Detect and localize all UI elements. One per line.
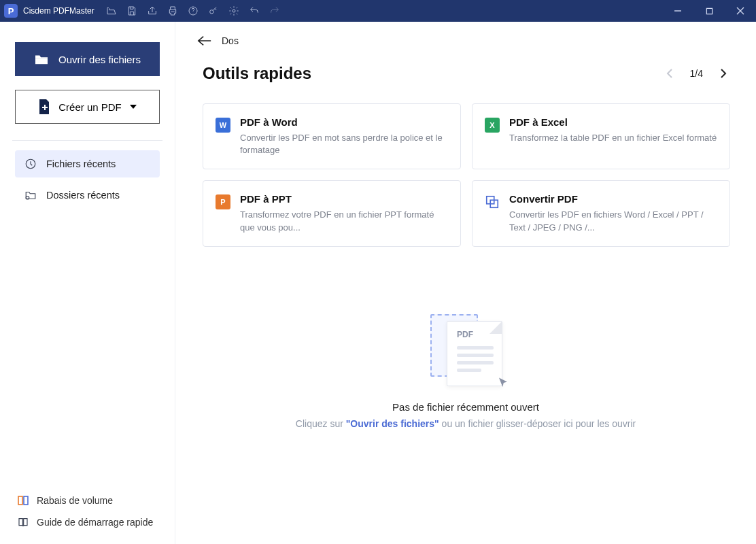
pdf-badge: PDF <box>457 330 473 339</box>
book-icon <box>18 517 29 528</box>
pager-prev[interactable] <box>663 67 676 80</box>
sidebar-item-label: Fichiers récents <box>46 158 116 169</box>
app-logo-icon: P <box>4 4 18 18</box>
page-title: Outils rapides <box>203 64 663 83</box>
svg-point-2 <box>233 10 235 12</box>
pager: 1/4 <box>663 67 730 80</box>
close-button[interactable] <box>725 0 756 22</box>
create-pdf-label: Créer un PDF <box>58 101 122 113</box>
excel-icon: X <box>485 118 500 133</box>
open-files-label: Ouvrir des fichiers <box>58 54 141 65</box>
back-label: Dos <box>222 35 239 46</box>
print-icon[interactable] <box>162 0 183 22</box>
title-bar: P Cisdem PDFMaster <box>0 0 756 22</box>
svg-rect-9 <box>18 496 22 505</box>
pager-count: 1/4 <box>690 68 703 79</box>
chevron-down-icon <box>130 105 137 109</box>
footer-link-label: Rabais de volume <box>37 495 113 506</box>
key-icon[interactable] <box>203 0 224 22</box>
main-panel: Dos Outils rapides 1/4 W PDF à Word Conv… <box>175 22 756 544</box>
tool-card-pdf-to-word[interactable]: W PDF à Word Convertir les PDF en mot sa… <box>203 103 461 169</box>
svg-rect-3 <box>706 8 712 14</box>
empty-state[interactable]: PDF Pas de fichier récemment ouvert Cliq… <box>175 314 756 429</box>
sidebar-item-recent-files[interactable]: Fichiers récents <box>15 150 160 177</box>
maximize-button[interactable] <box>693 0 725 22</box>
back-button[interactable]: Dos <box>197 35 239 46</box>
footer-volume-discount[interactable]: Rabais de volume <box>15 490 160 511</box>
card-desc: Transformez la table PDF en un fichier E… <box>509 132 717 144</box>
minimize-button[interactable] <box>662 0 693 22</box>
help-icon[interactable] <box>183 0 203 22</box>
ppt-icon: P <box>216 194 230 209</box>
open-icon[interactable] <box>101 0 122 22</box>
card-title: Convertir PDF <box>509 193 717 205</box>
undo-icon[interactable] <box>244 0 264 22</box>
open-files-link[interactable]: "Ouvrir des fichiers" <box>346 418 439 429</box>
footer-link-label: Guide de démarrage rapide <box>37 517 153 528</box>
word-icon: W <box>216 118 230 133</box>
arrow-left-icon <box>197 35 212 46</box>
redo-icon[interactable] <box>264 0 285 22</box>
card-title: PDF à PPT <box>240 193 448 205</box>
svg-rect-10 <box>24 496 28 505</box>
file-plus-icon <box>38 99 50 114</box>
card-desc: Transformez votre PDF en un fichier PPT … <box>240 209 448 233</box>
settings-icon[interactable] <box>224 0 244 22</box>
empty-subtitle: Cliquez sur "Ouvrir des fichiers" ou un … <box>296 418 636 429</box>
tool-card-convert-pdf[interactable]: Convertir PDF Convertir les PDF en fichi… <box>472 180 730 246</box>
card-title: PDF à Excel <box>509 116 717 128</box>
sidebar-item-label: Dossiers récents <box>46 190 120 201</box>
card-title: PDF à Word <box>240 116 448 128</box>
svg-rect-4 <box>35 58 48 64</box>
pager-next[interactable] <box>717 67 730 80</box>
tool-card-pdf-to-excel[interactable]: X PDF à Excel Transformez la table PDF e… <box>472 103 730 169</box>
clock-icon <box>24 158 37 170</box>
tool-card-pdf-to-ppt[interactable]: P PDF à PPT Transformez votre PDF en un … <box>203 180 461 246</box>
share-icon[interactable] <box>142 0 162 22</box>
empty-sub-pre: Cliquez sur <box>296 418 346 429</box>
card-desc: Convertir les PDF en fichiers Word / Exc… <box>509 209 717 233</box>
footer-quick-start-guide[interactable]: Guide de démarrage rapide <box>15 511 160 533</box>
app-name: Cisdem PDFMaster <box>23 6 94 16</box>
empty-title: Pas de fichier récemment ouvert <box>392 401 539 413</box>
empty-illustration: PDF <box>425 314 506 389</box>
cursor-icon <box>497 377 509 392</box>
sidebar-item-recent-folders[interactable]: Dossiers récents <box>15 182 160 209</box>
quick-tools-grid: W PDF à Word Convertir les PDF en mot sa… <box>203 103 730 247</box>
card-desc: Convertir les PDF en mot sans perdre la … <box>240 132 448 156</box>
divider <box>12 140 162 141</box>
save-icon[interactable] <box>122 0 142 22</box>
svg-point-1 <box>209 10 213 14</box>
folder-open-icon <box>34 53 49 65</box>
empty-sub-post: ou un fichier glisser-déposer ici pour l… <box>439 418 636 429</box>
convert-icon <box>485 194 500 209</box>
open-files-button[interactable]: Ouvrir des fichiers <box>15 42 160 76</box>
discount-icon <box>18 495 29 506</box>
folder-clock-icon <box>24 189 37 201</box>
sidebar: Ouvrir des fichiers Créer un PDF Fichier… <box>0 22 175 544</box>
svg-rect-6 <box>44 105 46 110</box>
create-pdf-button[interactable]: Créer un PDF <box>15 90 160 124</box>
